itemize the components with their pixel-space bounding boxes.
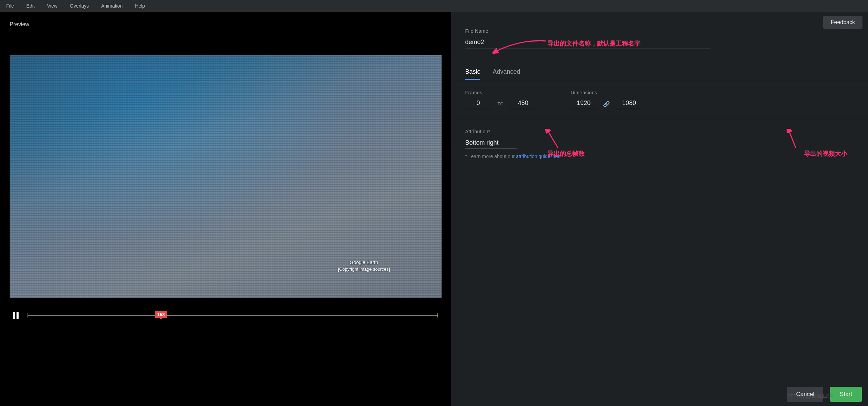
width-input[interactable] [571, 99, 597, 109]
menubar: File Edit View Overlays Animation Help [0, 0, 868, 12]
tab-advanced[interactable]: Advanced [493, 68, 520, 80]
frames-from-input[interactable] [465, 99, 491, 109]
preview-label: Preview [10, 21, 442, 28]
frames-label: Frames [465, 90, 536, 95]
file-name-input[interactable] [465, 37, 710, 49]
attribution-select[interactable]: Bottom right [465, 138, 517, 149]
attribution-help: * Learn more about our attribution guide… [465, 154, 854, 159]
menu-animation[interactable]: Animation [101, 3, 123, 9]
preview-watermark: Google Earth [Copyright image sources] [338, 260, 390, 272]
menu-file[interactable]: File [6, 3, 14, 9]
tabs: Basic Advanced [465, 68, 854, 80]
preview-viewport[interactable]: Google Earth [Copyright image sources] [10, 55, 442, 298]
frames-to-separator: TO [497, 102, 504, 106]
attribution-link[interactable]: attribution guidelines [516, 154, 560, 159]
height-input[interactable] [616, 99, 642, 109]
menu-view[interactable]: View [47, 3, 57, 9]
tab-basic[interactable]: Basic [465, 68, 480, 80]
timeline-track[interactable]: 158 [28, 315, 438, 316]
pause-icon[interactable] [13, 312, 19, 319]
start-button[interactable]: Start [830, 387, 862, 402]
dimensions-label: Dimensions [571, 90, 642, 95]
cancel-button[interactable]: Cancel [787, 387, 823, 402]
feedback-button[interactable]: Feedback [823, 16, 862, 29]
preview-panel: Preview Google Earth [Copyright image so… [0, 12, 451, 406]
file-name-label: File Name [465, 28, 854, 34]
footer: CSDN @北京超威生态网 Cancel Start [451, 382, 868, 406]
menu-overlays[interactable]: Overlays [70, 3, 89, 9]
playbar: 158 [10, 298, 442, 324]
frames-to-input[interactable] [510, 99, 536, 109]
menu-edit[interactable]: Edit [27, 3, 35, 9]
settings-panel: Feedback File Name Basic Advanced Frames… [451, 12, 868, 406]
link-icon[interactable]: 🔗 [603, 101, 610, 107]
attribution-label: Attribution* [465, 129, 854, 134]
menu-help[interactable]: Help [135, 3, 145, 9]
playhead[interactable]: 158 [155, 311, 167, 318]
